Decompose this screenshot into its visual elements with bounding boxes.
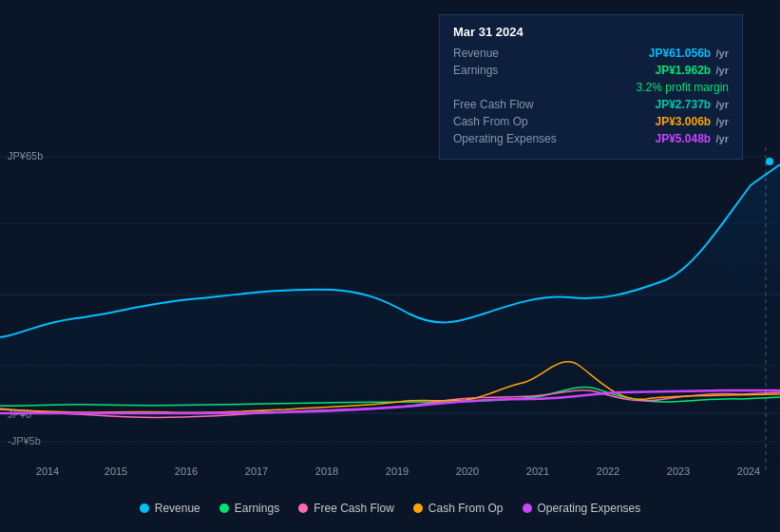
x-label-2022: 2022 <box>597 466 619 477</box>
chart-svg <box>0 147 780 470</box>
x-label-2024: 2024 <box>737 466 760 477</box>
legend-dot-earnings <box>219 504 229 513</box>
legend-item-fcf[interactable]: Free Cash Flow <box>298 502 394 515</box>
tooltip-row-revenue: Revenue JP¥61.056b /yr <box>453 47 729 60</box>
tooltip-row-cashop: Cash From Op JP¥3.006b /yr <box>453 115 729 128</box>
tooltip-value-cashop: JP¥3.006b /yr <box>655 115 729 128</box>
tooltip-row-margin: 3.2% profit margin <box>453 81 729 94</box>
legend-dot-fcf <box>298 504 308 513</box>
legend-item-opex[interactable]: Operating Expenses <box>523 502 641 515</box>
tooltip-date: Mar 31 2024 <box>453 25 729 39</box>
tooltip-value-revenue: JP¥61.056b /yr <box>649 47 729 60</box>
chart-legend: Revenue Earnings Free Cash Flow Cash Fro… <box>0 494 780 522</box>
tooltip-label-fcf: Free Cash Flow <box>453 98 577 111</box>
tooltip-value-earnings: JP¥1.962b /yr <box>655 64 729 77</box>
legend-item-revenue[interactable]: Revenue <box>140 502 200 515</box>
legend-label-fcf: Free Cash Flow <box>314 502 394 515</box>
svg-point-6 <box>766 158 773 165</box>
x-label-2021: 2021 <box>526 466 549 477</box>
tooltip-label-revenue: Revenue <box>453 47 577 60</box>
tooltip-label-earnings: Earnings <box>453 64 577 77</box>
tooltip-value-opex: JP¥5.048b /yr <box>655 132 729 145</box>
x-label-2019: 2019 <box>386 466 409 477</box>
tooltip-popup: Mar 31 2024 Revenue JP¥61.056b /yr Earni… <box>439 14 743 160</box>
x-label-2015: 2015 <box>105 466 127 477</box>
legend-dot-revenue <box>140 504 149 513</box>
x-label-2016: 2016 <box>175 466 198 477</box>
x-label-2014: 2014 <box>36 466 59 477</box>
tooltip-row-earnings: Earnings JP¥1.962b /yr <box>453 64 729 77</box>
x-label-2017: 2017 <box>245 466 268 477</box>
legend-label-cashop: Cash From Op <box>428 502 504 515</box>
x-label-2020: 2020 <box>456 466 479 477</box>
tooltip-value-fcf: JP¥2.737b /yr <box>655 98 729 111</box>
legend-item-cashop[interactable]: Cash From Op <box>413 502 504 515</box>
legend-dot-opex <box>523 504 532 513</box>
legend-dot-cashop <box>413 504 423 513</box>
tooltip-label-opex: Operating Expenses <box>453 132 577 145</box>
legend-item-earnings[interactable]: Earnings <box>219 502 279 515</box>
tooltip-label-cashop: Cash From Op <box>453 115 577 128</box>
tooltip-margin-value: 3.2% profit margin <box>637 81 729 94</box>
legend-label-revenue: Revenue <box>155 502 200 515</box>
x-label-2018: 2018 <box>315 466 338 477</box>
tooltip-row-fcf: Free Cash Flow JP¥2.737b /yr <box>453 98 729 111</box>
tooltip-row-opex: Operating Expenses JP¥5.048b /yr <box>453 132 729 145</box>
legend-label-earnings: Earnings <box>235 502 279 515</box>
legend-label-opex: Operating Expenses <box>538 502 641 515</box>
x-label-2023: 2023 <box>667 466 690 477</box>
chart-container: Mar 31 2024 Revenue JP¥61.056b /yr Earni… <box>0 0 780 532</box>
